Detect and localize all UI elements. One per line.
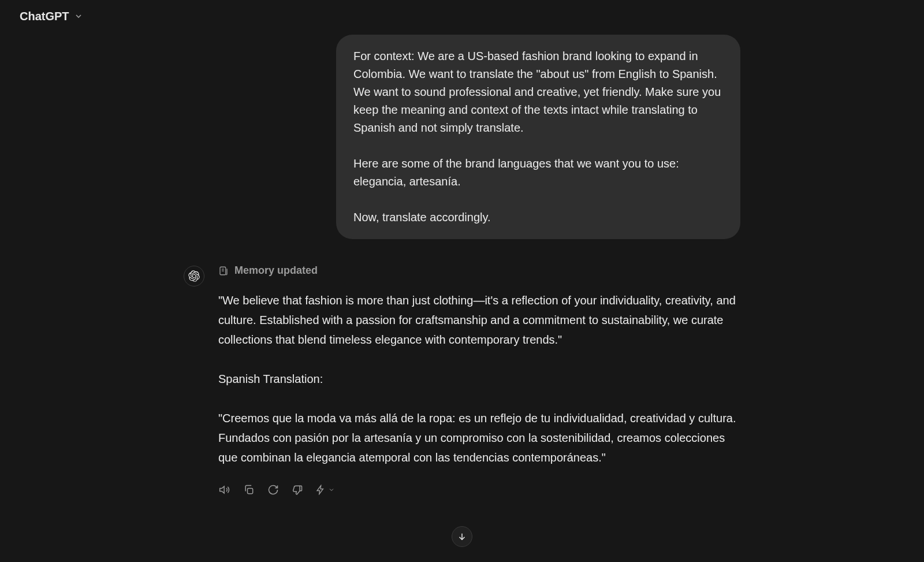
memory-icon	[218, 266, 229, 276]
model-name-label: ChatGPT	[20, 10, 69, 23]
arrow-down-icon	[457, 531, 467, 542]
conversation-inner: For context: We are a US-based fashion b…	[179, 35, 745, 496]
copy-icon	[243, 484, 255, 496]
chevron-down-icon	[328, 486, 335, 493]
thumbs-down-icon	[292, 484, 303, 496]
openai-logo-icon	[188, 270, 200, 282]
assistant-avatar	[184, 266, 204, 286]
chevron-down-icon	[74, 12, 83, 21]
memory-label: Memory updated	[234, 265, 318, 277]
assistant-content: Memory updated "We believe that fashion …	[218, 265, 740, 496]
assistant-message-row: Memory updated "We believe that fashion …	[184, 265, 740, 496]
copy-button[interactable]	[243, 483, 255, 496]
change-model-button[interactable]	[315, 485, 335, 495]
memory-updated-chip[interactable]: Memory updated	[218, 265, 740, 277]
message-action-bar	[218, 483, 740, 496]
bad-response-button[interactable]	[291, 483, 304, 496]
user-message-bubble[interactable]: For context: We are a US-based fashion b…	[336, 35, 740, 239]
scroll-to-bottom-button[interactable]	[452, 526, 472, 547]
bolt-icon	[315, 485, 326, 495]
read-aloud-button[interactable]	[218, 483, 231, 496]
regenerate-button[interactable]	[267, 483, 280, 496]
svg-rect-3	[248, 489, 253, 494]
app-header: ChatGPT	[0, 0, 924, 32]
refresh-icon	[267, 484, 279, 496]
speaker-icon	[219, 484, 230, 496]
model-selector[interactable]: ChatGPT	[14, 6, 89, 27]
conversation-area: For context: We are a US-based fashion b…	[0, 35, 924, 562]
assistant-message-text[interactable]: "We believe that fashion is more than ju…	[218, 291, 740, 467]
user-message-row: For context: We are a US-based fashion b…	[184, 35, 740, 239]
